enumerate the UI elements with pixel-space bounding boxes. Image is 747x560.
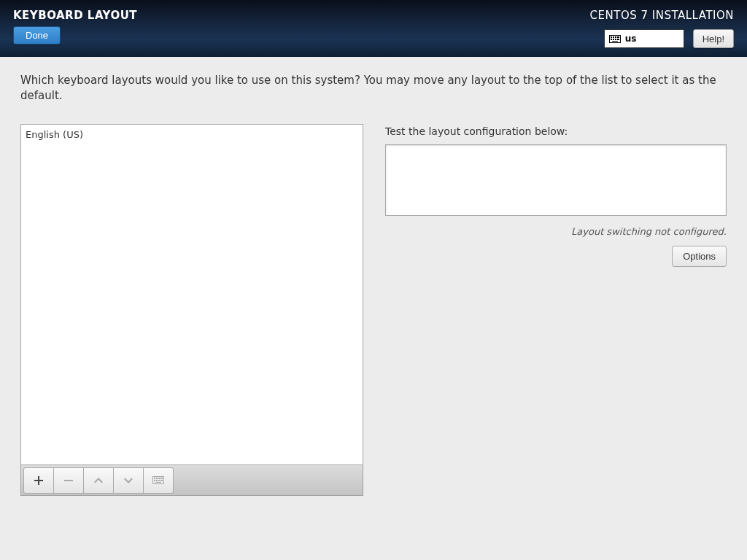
svg-rect-9 (617, 39, 619, 40)
keyboard-layout-code: us (625, 34, 637, 44)
svg-rect-15 (156, 478, 158, 479)
keyboard-layout-list[interactable]: English (US) (20, 124, 363, 465)
done-button[interactable]: Done (13, 26, 61, 44)
options-row: Options (385, 246, 727, 267)
installer-title: CENTOS 7 INSTALLATION (590, 9, 734, 22)
add-layout-button[interactable] (23, 467, 54, 494)
content-area: Which keyboard layouts would you like to… (0, 57, 747, 512)
svg-rect-2 (611, 36, 612, 38)
svg-rect-16 (158, 478, 160, 479)
keyboard-icon (152, 476, 164, 484)
keyboard-icon (609, 35, 621, 43)
test-layout-label: Test the layout configuration below: (385, 125, 727, 137)
svg-rect-18 (154, 480, 155, 481)
svg-rect-11 (64, 480, 73, 481)
keyboard-layout-indicator[interactable]: us (604, 29, 684, 48)
move-up-button[interactable] (83, 467, 114, 494)
right-column: Test the layout configuration below: Lay… (385, 124, 727, 496)
svg-rect-19 (156, 480, 158, 481)
header-bar: KEYBOARD LAYOUT Done CENTOS 7 INSTALLATI… (0, 0, 747, 57)
chevron-up-icon (94, 478, 103, 483)
layout-toolbar (20, 465, 363, 496)
svg-rect-14 (154, 478, 155, 479)
columns: English (US) (20, 124, 727, 496)
svg-rect-21 (160, 480, 163, 481)
left-column: English (US) (20, 124, 363, 496)
svg-rect-6 (611, 39, 612, 40)
header-right-controls: us Help! (604, 29, 734, 48)
move-down-button[interactable] (113, 467, 144, 494)
test-layout-input[interactable] (385, 144, 727, 216)
plus-icon (34, 476, 43, 485)
options-button[interactable]: Options (672, 246, 727, 267)
svg-rect-22 (155, 482, 161, 483)
layout-switching-note: Layout switching not configured. (385, 226, 727, 237)
instruction-text: Which keyboard layouts would you like to… (20, 73, 727, 104)
svg-rect-10 (612, 41, 618, 42)
svg-rect-4 (615, 36, 616, 38)
minus-icon (64, 476, 73, 485)
svg-rect-8 (615, 39, 616, 40)
chevron-down-icon (124, 478, 133, 483)
svg-rect-5 (617, 36, 619, 38)
help-button[interactable]: Help! (693, 29, 734, 48)
layout-item[interactable]: English (US) (21, 125, 363, 144)
remove-layout-button[interactable] (53, 467, 84, 494)
svg-rect-17 (160, 478, 163, 479)
svg-rect-3 (613, 36, 614, 38)
svg-rect-20 (158, 480, 160, 481)
svg-rect-7 (613, 39, 614, 40)
preview-layout-button[interactable] (143, 467, 174, 494)
